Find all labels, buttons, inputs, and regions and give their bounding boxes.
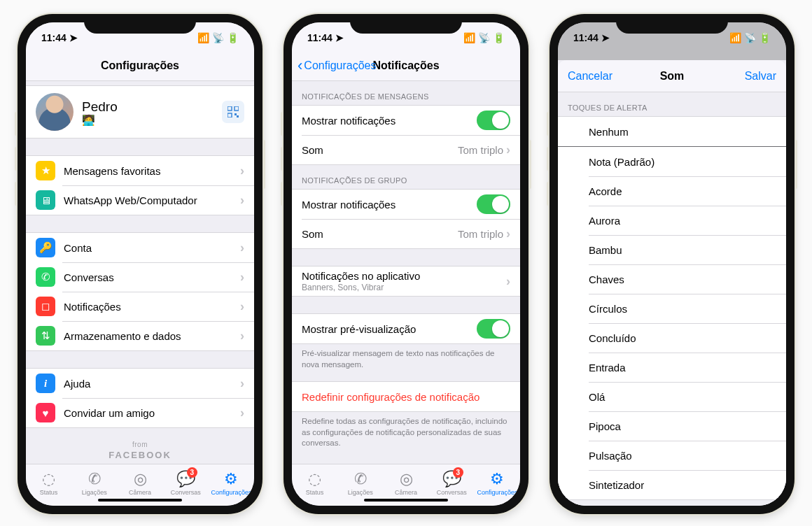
row-label: Ajuda	[64, 378, 240, 390]
sound-label: Aurora	[589, 215, 776, 227]
svg-rect-1	[234, 106, 239, 111]
group-sound-row[interactable]: Som Tom triplo ›	[292, 219, 520, 248]
chevron-icon: ›	[240, 406, 244, 420]
tab-settings[interactable]: ⚙ Configurações	[475, 464, 520, 502]
sound-option[interactable]: Sintetizador	[558, 470, 786, 499]
row-subtitle: Banners, Sons, Vibrar	[302, 283, 384, 292]
dimmed-background	[558, 50, 786, 60]
home-indicator[interactable]	[98, 499, 182, 502]
tab-status[interactable]: ◌ Status	[26, 464, 71, 502]
msg-sound-row[interactable]: Som Tom triplo ›	[292, 135, 520, 164]
sound-option[interactable]: Nenhum	[558, 117, 786, 146]
tab-chats[interactable]: 💬 3 Conversas	[163, 464, 209, 502]
sound-option[interactable]: Concluído	[558, 323, 786, 353]
phone-notifications: 11:44 ➤ 📶 📡 🔋 ‹ Configurações Notificaçõ…	[284, 14, 528, 514]
row-label: Mostrar notificações	[302, 199, 477, 211]
in-app-notifications-row[interactable]: Notificações no aplicativo Banners, Sons…	[292, 266, 520, 296]
chevron-left-icon: ‹	[298, 57, 302, 75]
row-label: Conta	[64, 242, 240, 254]
help-row[interactable]: i Ajuda ›	[26, 369, 254, 398]
account-row[interactable]: 🔑 Conta ›	[26, 233, 254, 262]
save-button[interactable]: Salvar	[735, 70, 786, 83]
tab-label: Status	[306, 489, 324, 496]
chevron-icon: ›	[240, 241, 244, 255]
tab-label: Conversas	[171, 489, 201, 496]
row-label: Mostrar pré-visualização	[302, 323, 477, 335]
status-time: 11:44	[41, 32, 66, 43]
status-icon: ◌	[42, 471, 55, 488]
section-footer: Redefine todas as configurações de notif…	[292, 412, 520, 455]
status-time: 11:44	[307, 32, 332, 43]
notch	[350, 14, 462, 34]
sound-option[interactable]: Chaves	[558, 264, 786, 294]
storage-row[interactable]: ⇅ Armazenamento e dados ›	[26, 321, 254, 350]
notifications-row[interactable]: ◻ Notificações ›	[26, 292, 254, 321]
show-preview-row[interactable]: Mostrar pré-visualização	[292, 314, 520, 343]
modal-title: Som	[660, 70, 685, 83]
sound-option[interactable]: Acorde	[558, 176, 786, 206]
tab-label: Status	[40, 489, 58, 496]
row-label: WhatsApp Web/Computador	[64, 194, 240, 206]
qr-code-button[interactable]	[222, 101, 244, 123]
svg-rect-4	[237, 115, 239, 118]
row-label: Redefinir configurações de notificação	[302, 391, 510, 403]
back-button[interactable]: ‹ Configurações	[298, 57, 377, 75]
chevron-icon: ›	[240, 329, 244, 343]
sound-label: Entrada	[589, 362, 776, 374]
battery-icon: 🔋	[759, 32, 771, 43]
row-label: Armazenamento e dados	[64, 330, 240, 342]
chats-row[interactable]: ✆ Conversas ›	[26, 262, 254, 292]
tab-label: Configurações	[477, 489, 517, 496]
reset-notifications-row[interactable]: Redefinir configurações de notificação	[292, 382, 520, 411]
home-indicator[interactable]	[364, 499, 448, 502]
tab-settings[interactable]: ⚙ Configurações	[209, 464, 254, 502]
tab-label: Câmera	[395, 489, 417, 496]
sound-label: Círculos	[589, 303, 776, 315]
toggle-switch[interactable]	[477, 194, 510, 214]
starred-messages-row[interactable]: ★ Mensagens favoritas ›	[26, 156, 254, 185]
profile-name: Pedro	[82, 99, 222, 115]
whatsapp-web-row[interactable]: 🖥 WhatsApp Web/Computador ›	[26, 185, 254, 215]
sound-label: Olá	[589, 391, 776, 403]
signal-icon: 📶	[463, 32, 475, 43]
sound-option[interactable]: Nota (Padrão)	[558, 147, 786, 176]
invite-row[interactable]: ♥ Convidar um amigo ›	[26, 398, 254, 427]
sound-option[interactable]: Pipoca	[558, 411, 786, 441]
notification-icon: ◻	[36, 297, 55, 316]
tab-calls[interactable]: ✆ Ligações	[337, 464, 383, 502]
page-title: Configurações	[101, 59, 179, 72]
row-label: Som	[302, 144, 458, 156]
sound-option[interactable]: Entrada	[558, 353, 786, 382]
sound-option[interactable]: Bambu	[558, 235, 786, 264]
section-header: NOTIFICAÇÕES DE MENSAGENS	[292, 81, 520, 105]
gear-icon: ⚙	[490, 471, 504, 488]
location-icon: ➤	[335, 32, 344, 43]
section-footer: Pré-visualizar mensagem de texto nas not…	[292, 344, 520, 376]
chevron-icon: ›	[240, 299, 244, 314]
sound-option[interactable]: Olá	[558, 382, 786, 411]
sound-label: Bambu	[589, 244, 776, 256]
profile-row[interactable]: Pedro 🧑‍💻	[26, 85, 254, 138]
tab-status[interactable]: ◌ Status	[292, 464, 337, 502]
phone-icon: ✆	[354, 471, 367, 488]
tab-chats[interactable]: 💬 3 Conversas	[429, 464, 475, 502]
show-msg-notifications-row[interactable]: Mostrar notificações	[292, 106, 520, 135]
sound-option[interactable]: Aurora	[558, 206, 786, 235]
chevron-icon: ›	[240, 193, 244, 208]
tab-camera[interactable]: ◎ Câmera	[383, 464, 428, 502]
sound-option[interactable]: Círculos	[558, 294, 786, 323]
sound-label: Pulsação	[589, 450, 776, 462]
tab-label: Ligações	[82, 489, 107, 496]
tab-calls[interactable]: ✆ Ligações	[71, 464, 117, 502]
row-label: Convidar um amigo	[64, 407, 240, 419]
toggle-switch[interactable]	[477, 319, 510, 339]
show-group-notifications-row[interactable]: Mostrar notificações	[292, 190, 520, 219]
svg-rect-3	[234, 113, 237, 115]
toggle-switch[interactable]	[477, 111, 510, 130]
camera-icon: ◎	[400, 471, 413, 488]
avatar	[36, 93, 74, 131]
cancel-button[interactable]: Cancelar	[558, 70, 622, 83]
sound-option[interactable]: Pulsação	[558, 441, 786, 470]
tab-camera[interactable]: ◎ Câmera	[117, 464, 162, 502]
info-icon: i	[36, 374, 55, 393]
